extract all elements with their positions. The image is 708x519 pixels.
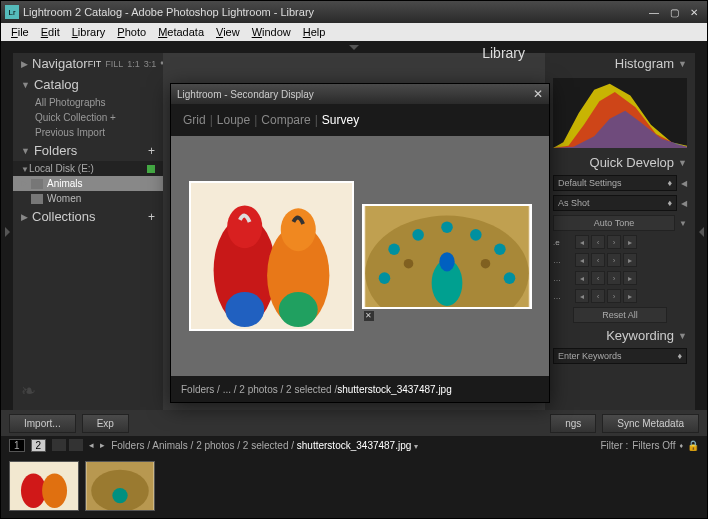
close-button[interactable]: ✕ xyxy=(685,5,703,19)
catalog-item-previous[interactable]: Previous Import xyxy=(13,125,163,140)
app-icon: Lr xyxy=(5,5,19,19)
keywording-header[interactable]: Keywording ▼ xyxy=(545,325,695,346)
catalog-header[interactable]: ▼ Catalog xyxy=(13,74,163,95)
collections-header[interactable]: ▶ Collections + xyxy=(13,206,163,227)
breadcrumb: Folders / Animals / 2 photos / 2 selecte… xyxy=(111,440,418,451)
menu-file[interactable]: File xyxy=(5,26,35,38)
secondary-close-button[interactable]: ✕ xyxy=(533,87,543,101)
folder-animals[interactable]: ▶ Animals xyxy=(13,176,163,191)
folder-women[interactable]: Women xyxy=(13,191,163,206)
stepper-dec[interactable]: ‹ xyxy=(591,271,605,285)
menu-photo[interactable]: Photo xyxy=(111,26,152,38)
stepper-dec2[interactable]: ◂ xyxy=(575,271,589,285)
expand-icon[interactable]: ◀ xyxy=(681,199,687,208)
zoom-fit[interactable]: FIT xyxy=(88,59,102,69)
stepper-inc[interactable]: › xyxy=(607,271,621,285)
tab-grid[interactable]: Grid xyxy=(183,113,206,127)
menu-help[interactable]: Help xyxy=(297,26,332,38)
tab-loupe[interactable]: Loupe xyxy=(217,113,250,127)
remove-image-button[interactable]: ✕ xyxy=(364,311,374,321)
menu-window[interactable]: Window xyxy=(246,26,297,38)
crumb-file: shutterstock_3437487.jpg xyxy=(297,440,412,451)
volume-header[interactable]: ▼Local Disk (E:) xyxy=(13,161,163,176)
nav-prev-icon[interactable]: ◂ xyxy=(89,440,94,450)
filter-label: Filter : xyxy=(600,440,628,451)
stepper-inc2[interactable]: ▸ xyxy=(623,253,637,267)
titlebar: Lr Lightroom 2 Catalog - Adobe Photoshop… xyxy=(1,1,707,23)
tab-compare[interactable]: Compare xyxy=(261,113,310,127)
nav-next-icon[interactable]: ▸ xyxy=(100,440,105,450)
stepper-dec[interactable]: ‹ xyxy=(591,253,605,267)
preset-select[interactable]: Default Settings ♦ xyxy=(553,175,677,191)
stepper-inc2[interactable]: ▸ xyxy=(623,289,637,303)
zoom-3-1[interactable]: 3:1 xyxy=(144,59,157,69)
secondary-footer: Folders / ... / 2 photos / 2 selected / … xyxy=(171,376,549,402)
right-panel: Histogram ▼ Quick Develop ▼ Default Sett… xyxy=(545,53,695,410)
sync-metadata-button[interactable]: Sync Metadata xyxy=(602,414,699,433)
zoom-fill[interactable]: FILL xyxy=(105,59,123,69)
settings-button[interactable]: ngs xyxy=(550,414,596,433)
stepper-inc2[interactable]: ▸ xyxy=(623,235,637,249)
menu-edit[interactable]: Edit xyxy=(35,26,66,38)
histogram-header[interactable]: Histogram ▼ xyxy=(545,53,695,74)
zoom-1-1[interactable]: 1:1 xyxy=(127,59,140,69)
filter-lock-icon[interactable]: 🔒 xyxy=(687,440,699,451)
resetall-button[interactable]: Reset All xyxy=(573,307,667,323)
right-panel-grip[interactable] xyxy=(695,53,707,410)
filmstrip xyxy=(1,454,707,518)
svg-point-23 xyxy=(480,258,490,268)
navigator-zoom-options: FIT FILL 1:1 3:1 ♦ xyxy=(88,59,163,69)
keywords-select[interactable]: Enter Keywords ♦ xyxy=(553,348,687,364)
stepper-dec[interactable]: ‹ xyxy=(591,235,605,249)
stepper-dec2[interactable]: ◂ xyxy=(575,235,589,249)
svg-point-8 xyxy=(227,205,262,248)
add-folder-button[interactable]: + xyxy=(148,144,155,158)
svg-point-22 xyxy=(403,258,413,268)
survey-image-1[interactable] xyxy=(189,181,354,331)
secondary-titlebar: Lightroom - Secondary Display ✕ xyxy=(171,84,549,104)
quickdevelop-header[interactable]: Quick Develop ▼ xyxy=(545,152,695,173)
catalog-item-all[interactable]: All Photographs xyxy=(13,95,163,110)
svg-point-21 xyxy=(503,272,515,284)
display-1-button[interactable]: 1 xyxy=(9,439,25,452)
filter-value[interactable]: Filters Off xyxy=(632,440,675,451)
chevron-down-icon: ▼ xyxy=(21,146,30,156)
dropdown-icon: ♦ xyxy=(677,351,682,361)
keywords-label: Enter Keywords xyxy=(558,351,622,361)
top-panel-grip[interactable] xyxy=(1,41,707,53)
loupe-view-icon[interactable] xyxy=(69,439,83,451)
menu-library[interactable]: Library xyxy=(66,26,112,38)
stepper-inc[interactable]: › xyxy=(607,235,621,249)
expand-icon[interactable]: ◀ xyxy=(681,179,687,188)
stepper-inc2[interactable]: ▸ xyxy=(623,271,637,285)
menu-metadata[interactable]: Metadata xyxy=(152,26,210,38)
filter-menu-icon[interactable]: ♦ xyxy=(679,442,683,449)
display-2-button[interactable]: 2 xyxy=(31,439,47,452)
stepper-inc[interactable]: › xyxy=(607,253,621,267)
autotone-button[interactable]: Auto Tone xyxy=(553,215,675,231)
expand-icon[interactable]: ▼ xyxy=(679,219,687,228)
add-collection-button[interactable]: + xyxy=(148,210,155,224)
menu-view[interactable]: View xyxy=(210,26,246,38)
left-panel-grip[interactable] xyxy=(1,53,13,410)
bottom-toolbar: Import... Exp ngs Sync Metadata xyxy=(1,410,707,436)
navigator-header[interactable]: ▶ Navigator FIT FILL 1:1 3:1 ♦ xyxy=(13,53,163,74)
stepper-dec2[interactable]: ◂ xyxy=(575,253,589,267)
survey-image-2[interactable]: ✕ xyxy=(362,204,532,309)
stepper-dec[interactable]: ‹ xyxy=(591,289,605,303)
folders-header[interactable]: ▼ Folders + xyxy=(13,140,163,161)
tab-survey[interactable]: Survey xyxy=(322,113,359,127)
thumbnail-peacock[interactable] xyxy=(85,461,155,511)
crumb-menu-icon[interactable]: ▾ xyxy=(414,442,418,451)
minimize-button[interactable]: — xyxy=(645,5,663,19)
module-label[interactable]: Library xyxy=(482,45,525,61)
stepper-dec2[interactable]: ◂ xyxy=(575,289,589,303)
stepper-inc[interactable]: › xyxy=(607,289,621,303)
maximize-button[interactable]: ▢ xyxy=(665,5,683,19)
whitebalance-select[interactable]: As Shot ♦ xyxy=(553,195,677,211)
export-button[interactable]: Exp xyxy=(82,414,129,433)
thumbnail-parrots[interactable] xyxy=(9,461,79,511)
import-button[interactable]: Import... xyxy=(9,414,76,433)
catalog-item-quick[interactable]: Quick Collection + xyxy=(13,110,163,125)
grid-view-icon[interactable] xyxy=(52,439,66,451)
